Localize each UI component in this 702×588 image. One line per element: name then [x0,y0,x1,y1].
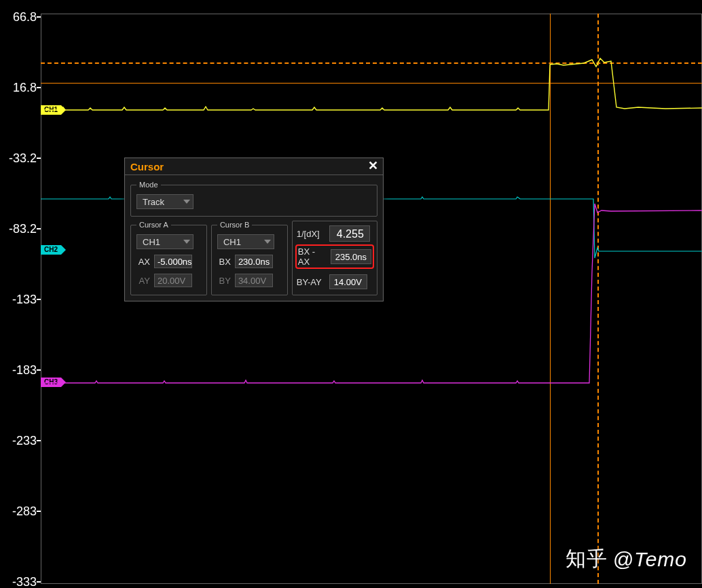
watermark-logo: 知乎 [566,545,608,573]
cursor-a-group: Cursor A CH1 AX -5.000ns AY 20.00V [130,221,207,295]
dx-value: 235.0ns [331,249,371,264]
ytick-label: -233 [0,434,37,448]
panel-title: Cursor [130,161,164,172]
mode-legend: Mode [136,181,161,189]
ay-value: 20.00V [154,274,192,287]
ytick-label: -133 [0,293,37,307]
inv-dx-value: 4.255 [329,225,370,242]
ytick-label: -83.2 [0,222,37,236]
mode-select[interactable]: Track [136,194,193,209]
cursor-a-channel-select[interactable]: CH1 [136,234,193,249]
ay-label: AY [136,276,150,286]
close-icon[interactable]: ✕ [367,160,379,172]
bx-input[interactable]: 230.0ns [235,255,273,268]
mode-value: Track [143,197,164,207]
watermark: 知乎 @Temo [566,545,687,573]
cursor-panel[interactable]: Cursor ✕ Mode Track Cursor A CH1 AX [124,158,384,301]
ax-label: AX [136,257,150,267]
by-value: 34.00V [235,274,273,287]
chevron-down-icon [183,240,190,244]
by-label: BY [217,276,231,286]
chevron-down-icon [183,200,190,204]
cursor-b-legend: Cursor B [217,221,252,229]
dy-label: BY-AY [297,277,325,287]
cursor-b-channel-value: CH1 [223,237,241,247]
mode-group: Mode Track [130,181,377,217]
ax-input[interactable]: -5.000ns [154,255,192,268]
ytick-label: -183 [0,363,37,378]
cursor-b-channel-select[interactable]: CH1 [217,234,274,249]
ytick-label: -33.2 [0,151,37,166]
bx-minus-ax-highlight: BX -AX 235.0ns [295,244,374,269]
cursor-a-legend: Cursor A [136,221,171,229]
ytick-label: -283 [0,504,37,519]
ytick-label: 66.8 [0,10,37,24]
chevron-down-icon [264,240,271,244]
bx-label: BX [217,257,231,267]
panel-titlebar[interactable]: Cursor ✕ [125,158,383,175]
cursor-a-channel-value: CH1 [143,237,160,247]
ytick-label: -333 [0,575,37,589]
inv-dx-label: 1/[dX] [297,229,325,239]
watermark-text: @Temo [613,548,687,571]
dy-value: 14.00V [329,274,367,289]
cursor-calc-box: 1/[dX] 4.255 BX -AX 235.0ns BY-AY 14.00V [292,221,377,295]
ytick-label: 16.8 [0,81,37,95]
cursor-b-group: Cursor B CH1 BX 230.0ns BY 34.00V [211,221,288,295]
dx-label: BX -AX [298,246,327,267]
